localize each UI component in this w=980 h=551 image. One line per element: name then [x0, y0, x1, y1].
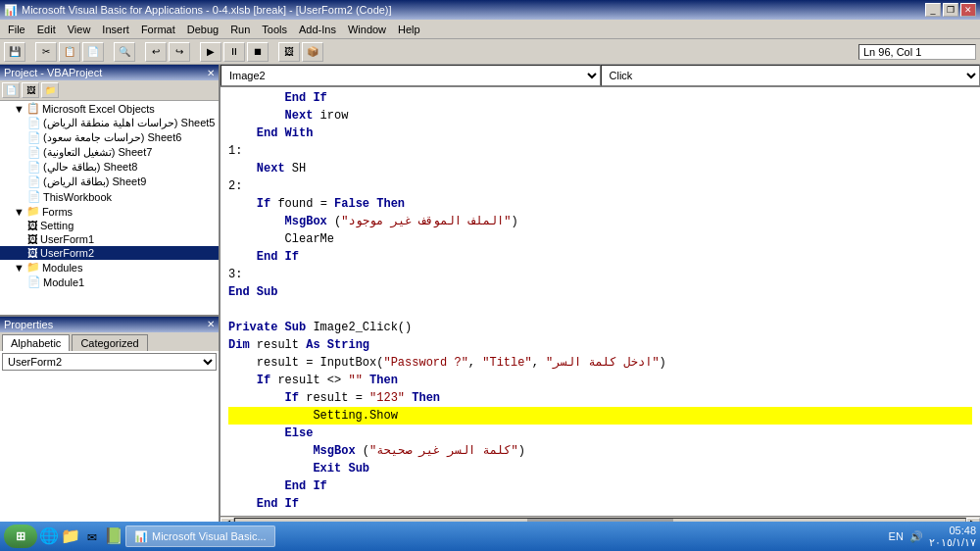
project-toggle-folders[interactable]: 📁 — [41, 82, 59, 98]
menu-bar: File Edit View Insert Format Debug Run T… — [0, 20, 980, 39]
menu-addins[interactable]: Add-Ins — [293, 22, 342, 37]
expand-modules-icon: ▼ — [14, 262, 24, 274]
tb-find[interactable]: 🔍 — [114, 42, 135, 62]
taskbar-vba-icon: 📊 — [134, 530, 148, 543]
properties-content: UserForm2 — [0, 351, 219, 530]
project-panel-close[interactable]: ✕ — [207, 68, 215, 78]
title-bar: 📊 Microsoft Visual Basic for Application… — [0, 0, 980, 20]
properties-title: Properties — [4, 319, 53, 330]
tab-alphabetic[interactable]: Alphabetic — [2, 334, 70, 351]
excel-icon: 📗 — [104, 526, 123, 546]
menu-view[interactable]: View — [62, 22, 97, 37]
close-button[interactable]: ✕ — [960, 3, 976, 17]
code-area[interactable]: End If Next irow End With 1: Next SH 2: … — [220, 87, 980, 516]
properties-close[interactable]: ✕ — [207, 319, 215, 329]
tree-item-userform2[interactable]: 🖼 UserForm2 — [0, 246, 219, 260]
lang-indicator: EN — [889, 530, 904, 542]
menu-run[interactable]: Run — [224, 22, 256, 37]
project-view-object[interactable]: 🖼 — [22, 82, 39, 98]
taskbar-outlook-icon[interactable]: ✉ — [82, 526, 102, 546]
project-panel-title: Project - VBAProject ✕ — [0, 65, 219, 80]
tree-icon-module1: 📄 — [27, 276, 41, 288]
menu-edit[interactable]: Edit — [31, 22, 62, 37]
cursor-position: Ln 96, Col 1 — [858, 44, 976, 60]
taskbar-vba-item[interactable]: 📊 Microsoft Visual Basic... — [125, 526, 275, 547]
tb-cut[interactable]: ✂ — [35, 42, 57, 62]
tree-icon-userform2: 🖼 — [27, 247, 38, 259]
menu-format[interactable]: Format — [135, 22, 181, 37]
tb-break[interactable]: ⏸ — [223, 42, 245, 62]
tb-reset[interactable]: ⏹ — [247, 42, 269, 62]
code-line: Else — [228, 425, 972, 442]
code-line: End If — [228, 477, 972, 495]
tb-undo[interactable]: ↩ — [145, 42, 167, 62]
code-line: result = InputBox("Password ?", "Title",… — [228, 354, 972, 372]
tree-icon-sheet5: 📄 — [27, 117, 41, 129]
tree-label-modules: Modules — [42, 262, 83, 274]
taskbar-vba-label: Microsoft Visual Basic... — [152, 530, 267, 542]
tree-item-thisworkbook[interactable]: 📄 ThisWorkbook — [0, 189, 219, 204]
tree-icon-sheets: 📋 — [26, 102, 40, 115]
code-line: If result <> "" Then — [228, 372, 972, 389]
tree-item-sheet6[interactable]: 📄 Sheet6 (حراسات جامعة سعود) — [0, 130, 219, 145]
toolbar: 💾 ✂ 📋 📄 🔍 ↩ ↪ ▶ ⏸ ⏹ 🖼 📦 Ln 96, Col 1 — [0, 39, 980, 65]
menu-debug[interactable]: Debug — [181, 22, 224, 37]
menu-insert[interactable]: Insert — [96, 22, 135, 37]
code-line: End Sub — [228, 283, 972, 301]
tab-categorized[interactable]: Categorized — [72, 334, 147, 351]
code-line: 3: — [228, 266, 972, 283]
tree-item-modules[interactable]: ▼ 📁 Modules — [0, 260, 219, 275]
menu-help[interactable]: Help — [392, 22, 426, 37]
tree-label-sheet5: Sheet5 (حراسات اهلية منطقة الرياض) — [43, 117, 215, 129]
restore-button[interactable]: ❐ — [943, 3, 958, 17]
properties-dropdown[interactable]: UserForm2 — [2, 353, 217, 371]
tree-icon-setting: 🖼 — [27, 220, 38, 231]
tb-paste[interactable]: 📄 — [82, 42, 104, 62]
taskbar-folder-icon[interactable]: 📁 — [61, 526, 80, 546]
tree-item-sheet9[interactable]: 📄 Sheet9 (بطاقة الرياض) — [0, 175, 219, 189]
tree-item-sheet8[interactable]: 📄 Sheet8 (بطاقة حالي) — [0, 160, 219, 175]
object-dropdown[interactable]: Image2 — [220, 65, 601, 86]
tree-item-module1[interactable]: 📄 Module1 — [0, 275, 219, 289]
tree-icon-userform1: 🖼 — [27, 233, 38, 245]
project-view-code[interactable]: 📄 — [2, 82, 20, 98]
code-panel: Image2 Click End If Next irow End With 1… — [220, 65, 980, 529]
tb-object-browser[interactable]: 📦 — [302, 42, 323, 62]
code-line: If found = False Then — [228, 195, 972, 213]
properties-panel: Properties ✕ Alphabetic Categorized User… — [0, 315, 219, 530]
tree-item-userform1[interactable]: 🖼 UserForm1 — [0, 232, 219, 246]
start-button[interactable]: ⊞ — [4, 525, 37, 548]
clock-date: ٢٠١٥/١/١٧ — [929, 536, 976, 549]
outlook-icon: ✉ — [87, 526, 97, 546]
properties-title-bar: Properties ✕ — [0, 317, 219, 332]
menu-file[interactable]: File — [2, 22, 31, 37]
menu-window[interactable]: Window — [342, 22, 392, 37]
tb-userform[interactable]: 🖼 — [278, 42, 300, 62]
tree-item-sheet5[interactable]: 📄 Sheet5 (حراسات اهلية منطقة الرياض) — [0, 116, 219, 130]
tree-icon-sheet9: 📄 — [27, 175, 41, 188]
tree-label-sheet6: Sheet6 (حراسات جامعة سعود) — [43, 131, 181, 144]
tree-item-setting[interactable]: 🖼 Setting — [0, 219, 219, 232]
tree-item-sheets[interactable]: ▼ 📋 Microsoft Excel Objects — [0, 101, 219, 116]
taskbar-ie-icon[interactable]: 🌐 — [39, 526, 59, 546]
code-line: End With — [228, 125, 972, 142]
minimize-button[interactable]: _ — [925, 3, 941, 17]
menu-tools[interactable]: Tools — [256, 22, 293, 37]
code-line: End Sub — [228, 513, 972, 516]
folder-icon: 📁 — [61, 526, 80, 546]
code-line-highlighted: Setting.Show — [228, 407, 972, 425]
code-header: Image2 Click — [220, 65, 980, 87]
volume-icon: 🔊 — [909, 530, 923, 543]
tb-redo[interactable]: ↪ — [169, 42, 190, 62]
taskbar-excel-icon[interactable]: 📗 — [104, 526, 123, 546]
tb-run[interactable]: ▶ — [200, 42, 221, 62]
tree-item-forms[interactable]: ▼ 📁 Forms — [0, 204, 219, 219]
code-line: MsgBox ("كلمة السر غير صحيحة") — [228, 442, 972, 460]
tree-item-sheet7[interactable]: 📄 Sheet7 (تشغيل التعاونية) — [0, 145, 219, 160]
tb-copy[interactable]: 📋 — [59, 42, 80, 62]
code-line: Next irow — [228, 107, 972, 125]
tb-save[interactable]: 💾 — [4, 42, 25, 62]
code-line: Next SH — [228, 160, 972, 177]
event-dropdown[interactable]: Click — [601, 65, 981, 86]
code-line-image2-click: Private Sub Image2_Click() — [228, 319, 972, 336]
